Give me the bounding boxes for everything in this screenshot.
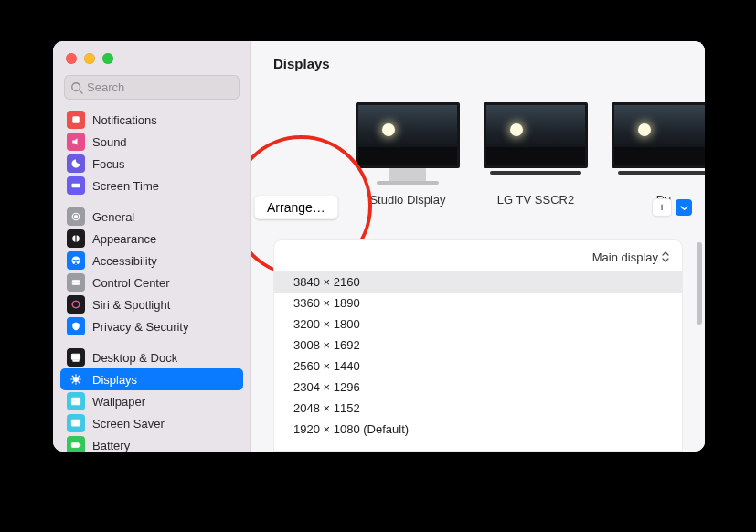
svg-rect-13: [72, 354, 80, 359]
sidebar-item-wallpaper[interactable]: Wallpaper: [60, 390, 243, 412]
sidebar-item-label: Privacy & Security: [92, 320, 188, 334]
sidebar-item-label: Wallpaper: [92, 395, 145, 409]
search-field[interactable]: [64, 75, 240, 100]
sidebar-item-label: Sound: [92, 135, 127, 149]
svg-rect-19: [72, 443, 80, 448]
sidebar-item-battery[interactable]: Battery: [60, 434, 243, 452]
sidebar-item-siri-spotlight[interactable]: Siri & Spotlight: [60, 293, 243, 315]
display-studio[interactable]: Studio Display: [356, 102, 460, 207]
zoom-button[interactable]: [102, 53, 113, 64]
sidebar-list: NotificationsSoundFocusScreen TimeGenera…: [53, 109, 250, 452]
display-label: LG TV SSCR2: [484, 193, 588, 207]
battery-icon: [67, 436, 85, 452]
sidebar-item-displays[interactable]: Displays: [60, 368, 243, 390]
sidebar-item-label: Screen Saver: [92, 417, 165, 431]
display-lg[interactable]: LG TV SSCR2: [484, 102, 588, 207]
sidebar-item-label: Screen Time: [92, 179, 159, 193]
updown-icon: [662, 251, 669, 264]
display-label: Studio Display: [356, 193, 460, 207]
resolution-row[interactable]: 3200 × 1800: [274, 314, 682, 335]
resolution-panel: Main display 3840 × 21603360 × 18903200 …: [273, 239, 683, 452]
system-settings-window: NotificationsSoundFocusScreen TimeGenera…: [53, 41, 705, 452]
sidebar-item-notifications[interactable]: Notifications: [60, 109, 243, 131]
resolution-row[interactable]: 2304 × 1296: [274, 377, 682, 398]
sidebar-item-screen-saver[interactable]: Screen Saver: [60, 412, 243, 434]
svg-rect-3: [72, 184, 80, 188]
sidebar-item-focus[interactable]: Focus: [60, 153, 243, 175]
display-thumbnail: [356, 102, 460, 168]
sidebar-item-label: Appearance: [92, 232, 156, 246]
svg-rect-2: [72, 116, 80, 123]
display-dummy[interactable]: Du: [612, 102, 705, 207]
svg-point-15: [73, 377, 79, 382]
appearance-icon: [67, 229, 85, 248]
resolution-row[interactable]: 1920 × 1080 (Default): [274, 419, 682, 440]
resolution-row[interactable]: 2048 × 1152: [274, 398, 682, 419]
svg-point-12: [72, 301, 80, 308]
svg-rect-18: [72, 420, 80, 426]
displays-icon: [67, 370, 85, 388]
sidebar: NotificationsSoundFocusScreen TimeGenera…: [53, 41, 251, 452]
sidebar-item-desktop-dock[interactable]: Desktop & Dock: [60, 346, 243, 368]
resolution-list: 3840 × 21603360 × 18903200 × 18003008 × …: [274, 271, 682, 440]
svg-rect-20: [79, 444, 80, 446]
resolution-row[interactable]: 2560 × 1440: [274, 356, 682, 377]
wallpaper-icon: [67, 392, 85, 410]
resolution-row[interactable]: 3008 × 1692: [274, 335, 682, 356]
window-controls: [53, 41, 250, 73]
display-thumbnails: Studio DisplayLG TV SSCR2Du: [356, 102, 705, 207]
svg-rect-9: [72, 281, 80, 282]
page-title: Displays: [251, 41, 705, 71]
add-display-button[interactable]: +: [652, 198, 672, 217]
svg-point-8: [75, 258, 77, 260]
sidebar-item-label: Displays: [92, 373, 137, 387]
sidebar-item-label: General: [92, 210, 134, 224]
add-display-menu-button[interactable]: [676, 199, 692, 216]
privacy-icon: [67, 317, 85, 335]
dock-icon: [67, 348, 85, 367]
resolution-row[interactable]: 3840 × 2160: [274, 271, 682, 293]
sidebar-item-label: Accessibility: [92, 254, 157, 268]
close-button[interactable]: [66, 53, 77, 64]
display-selector-label: Main display: [592, 250, 658, 264]
focus-icon: [67, 154, 85, 173]
main-scrollbar[interactable]: [697, 242, 702, 325]
sidebar-item-label: Battery: [92, 439, 130, 452]
sidebar-item-label: Siri & Spotlight: [92, 298, 170, 312]
sidebar-item-privacy-security[interactable]: Privacy & Security: [60, 315, 243, 337]
svg-rect-10: [72, 283, 80, 285]
arrange-button[interactable]: Arrange…: [254, 195, 338, 219]
sidebar-item-control-center[interactable]: Control Center: [60, 271, 243, 293]
sound-icon: [67, 133, 85, 151]
sidebar-item-appearance[interactable]: Appearance: [60, 228, 243, 250]
siri-icon: [67, 295, 85, 314]
sidebar-item-general[interactable]: General: [60, 206, 243, 228]
svg-line-1: [80, 90, 83, 93]
resolution-row[interactable]: 3360 × 1890: [274, 293, 682, 314]
sidebar-item-label: Control Center: [92, 276, 170, 290]
screen-time-icon: [67, 176, 85, 195]
svg-point-17: [74, 399, 76, 401]
sidebar-item-label: Desktop & Dock: [92, 351, 177, 365]
sidebar-item-label: Notifications: [92, 113, 157, 127]
sidebar-item-accessibility[interactable]: Accessibility: [60, 250, 243, 271]
screensaver-icon: [67, 414, 85, 432]
chevron-down-icon: [680, 204, 688, 212]
sidebar-item-sound[interactable]: Sound: [60, 131, 243, 153]
display-thumbnail: [484, 102, 588, 168]
control-center-icon: [67, 273, 85, 292]
sidebar-item-screen-time[interactable]: Screen Time: [60, 175, 243, 197]
general-icon: [67, 207, 85, 226]
minimize-button[interactable]: [84, 53, 95, 64]
sidebar-item-label: Focus: [92, 157, 124, 171]
search-icon: [70, 81, 83, 94]
display-thumbnail: [612, 102, 705, 168]
svg-rect-14: [73, 360, 79, 361]
notifications-icon: [67, 111, 85, 129]
accessibility-icon: [67, 251, 85, 270]
main-pane: Displays Studio DisplayLG TV SSCR2Du Arr…: [251, 41, 705, 452]
svg-rect-16: [72, 398, 80, 405]
search-input[interactable]: [87, 80, 240, 94]
display-selector[interactable]: Main display: [592, 250, 669, 264]
svg-point-5: [75, 216, 78, 218]
